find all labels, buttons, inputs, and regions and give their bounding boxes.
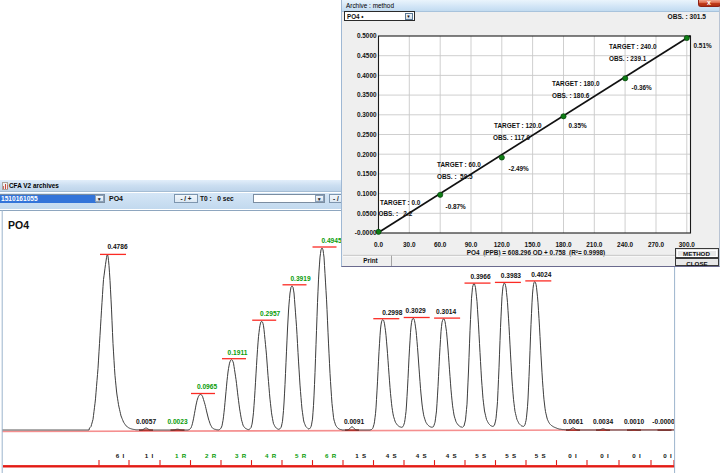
svg-text:120.0: 120.0	[494, 241, 510, 248]
svg-text:0.5000: 0.5000	[357, 32, 377, 39]
svg-text:OBS. : 59.5: OBS. : 59.5	[437, 173, 473, 180]
svg-text:0.0061: 0.0061	[563, 417, 584, 424]
svg-text:0.0034: 0.0034	[593, 417, 614, 424]
svg-text:0.35%: 0.35%	[569, 122, 587, 129]
svg-text:-0.87%: -0.87%	[446, 203, 467, 210]
svg-text:4 S: 4 S	[416, 452, 428, 459]
svg-text:Print: Print	[363, 257, 378, 264]
svg-text:0.4945: 0.4945	[321, 236, 342, 243]
svg-text:0.3500: 0.3500	[357, 91, 377, 98]
svg-text:0.2500: 0.2500	[357, 131, 377, 138]
svg-text:0.3966: 0.3966	[470, 272, 491, 279]
svg-text:1 R: 1 R	[175, 452, 187, 459]
svg-text:1 I: 1 I	[145, 452, 154, 459]
svg-text:0.1911: 0.1911	[228, 348, 248, 355]
svg-text:2 R: 2 R	[205, 452, 217, 459]
svg-text:6 R: 6 R	[325, 452, 337, 459]
svg-text:60.0: 60.0	[434, 241, 447, 248]
svg-text:270.0: 270.0	[648, 241, 664, 248]
svg-text:4 S: 4 S	[386, 452, 398, 459]
svg-text:0.4000: 0.4000	[357, 72, 377, 79]
svg-text:0.0023: 0.0023	[167, 417, 188, 424]
svg-text:0.0010: 0.0010	[624, 417, 645, 424]
svg-text:90.0: 90.0	[465, 241, 478, 248]
svg-text:30.0: 30.0	[403, 241, 416, 248]
svg-text:TARGET : 180.0: TARGET : 180.0	[552, 80, 600, 87]
svg-text:0.2000: 0.2000	[357, 151, 377, 158]
svg-text:0.4500: 0.4500	[357, 52, 377, 59]
svg-text:TARGET : 60.0: TARGET : 60.0	[437, 161, 481, 168]
svg-text:1 S: 1 S	[355, 452, 367, 459]
svg-text:-2.49%: -2.49%	[509, 165, 530, 172]
svg-text:0.51%: 0.51%	[694, 42, 712, 49]
svg-text:4 R: 4 R	[265, 452, 277, 459]
svg-text:0.2957: 0.2957	[260, 310, 281, 317]
svg-text:0 I: 0 I	[663, 452, 672, 459]
svg-text:-0.0000: -0.0000	[355, 229, 377, 236]
svg-text:6 I: 6 I	[116, 452, 125, 459]
svg-text:0.3014: 0.3014	[436, 307, 457, 314]
svg-text:0.3029: 0.3029	[406, 307, 427, 314]
svg-text:0.0500: 0.0500	[357, 210, 377, 217]
svg-text:TARGET : 120.0: TARGET : 120.0	[494, 122, 542, 129]
svg-text:OBS. : 2.2: OBS. : 2.2	[379, 210, 413, 217]
svg-text:5 S: 5 S	[535, 452, 547, 459]
svg-text:210.0: 210.0	[586, 241, 602, 248]
svg-text:5 R: 5 R	[295, 452, 307, 459]
svg-text:0.3983: 0.3983	[501, 272, 522, 279]
svg-text:0.1500: 0.1500	[357, 170, 377, 177]
svg-text:0.3919: 0.3919	[290, 274, 311, 281]
svg-text:0.0057: 0.0057	[136, 417, 157, 424]
svg-text:-0.36%: -0.36%	[632, 84, 653, 91]
svg-text:0 I: 0 I	[632, 452, 641, 459]
svg-text:5 S: 5 S	[505, 452, 517, 459]
svg-text:0.0: 0.0	[374, 241, 383, 248]
svg-text:0.1000: 0.1000	[357, 190, 377, 197]
svg-text:TARGET : 240.0: TARGET : 240.0	[609, 43, 657, 50]
svg-text:240.0: 240.0	[617, 241, 633, 248]
svg-text:300.0: 300.0	[679, 241, 695, 248]
svg-text:0 I: 0 I	[568, 452, 577, 459]
svg-text:180.0: 180.0	[556, 241, 572, 248]
svg-text:0.0965: 0.0965	[197, 383, 218, 390]
svg-text:0.0091: 0.0091	[344, 417, 365, 424]
svg-text:0.4024: 0.4024	[531, 270, 552, 277]
svg-text:0.2998: 0.2998	[382, 308, 403, 315]
svg-text:0 I: 0 I	[600, 452, 609, 459]
svg-text:OBS. : 239.1: OBS. : 239.1	[609, 55, 647, 62]
svg-text:TARGET : 0.0: TARGET : 0.0	[380, 199, 421, 206]
svg-text:3 R: 3 R	[235, 452, 247, 459]
svg-text:150.0: 150.0	[525, 241, 541, 248]
svg-text:OBS. : 117.0: OBS. : 117.0	[493, 134, 530, 141]
svg-text:0.4786: 0.4786	[107, 242, 128, 249]
svg-text:OBS. : 180.6: OBS. : 180.6	[552, 92, 590, 99]
svg-text:4 S: 4 S	[446, 452, 458, 459]
svg-text:-0.0000: -0.0000	[652, 417, 675, 424]
svg-text:PO4: PO4	[8, 219, 29, 231]
svg-text:0.3000: 0.3000	[357, 111, 377, 118]
svg-text:5 S: 5 S	[475, 452, 487, 459]
